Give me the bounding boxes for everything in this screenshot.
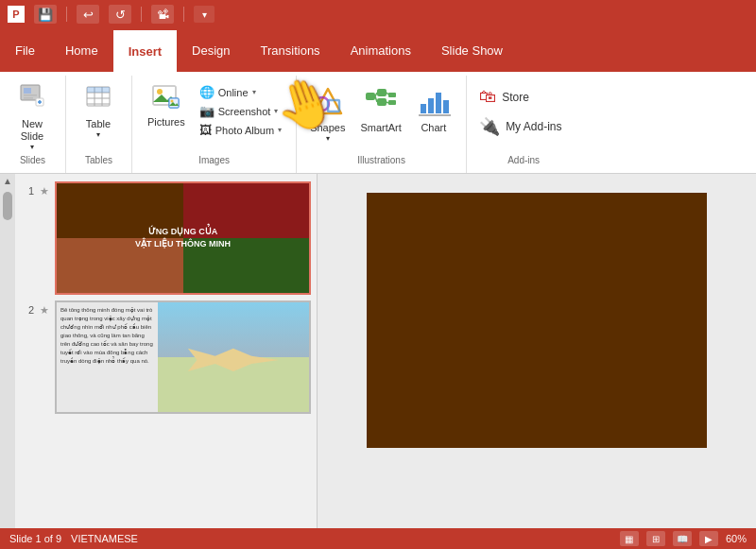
separator <box>66 7 67 22</box>
main-slide-canvas[interactable] <box>367 193 707 448</box>
shapes-arrow: ▾ <box>326 134 330 144</box>
scroll-thumb[interactable] <box>3 192 12 220</box>
slide-thumbnail-1[interactable]: ỨNG DỤNG CỦA VẬT LIỆU THÔNG MINH <box>55 181 311 295</box>
svg-rect-13 <box>87 87 110 93</box>
store-button[interactable]: 🛍 Store <box>474 85 566 109</box>
slide-thumbnail-2[interactable]: Bê tông thông minh đóng một vai trò quan… <box>55 300 311 414</box>
ribbon: NewSlide ▾ Slides <box>0 72 756 174</box>
slide-item-2[interactable]: 2 ★ Bê tông thông minh đóng một vai trò … <box>21 300 311 414</box>
slide-1-text: ỨNG DỤNG CỦA VẬT LIỆU THÔNG MINH <box>135 226 231 249</box>
shapes-icon <box>311 85 345 122</box>
menu-design[interactable]: Design <box>177 28 245 72</box>
reading-view-btn[interactable]: 📖 <box>673 531 692 546</box>
present-button[interactable]: 📽 <box>151 5 174 24</box>
table-icon <box>83 81 113 116</box>
slide-2-text: Bê tông thông minh đóng một vai trò quan… <box>57 302 158 412</box>
slide-2-image <box>158 302 309 412</box>
myaddin-button[interactable]: 🔌 My Add-ins <box>474 114 566 139</box>
normal-view-btn[interactable]: ▦ <box>620 531 639 546</box>
images-group-label: Images <box>132 155 296 165</box>
svg-rect-36 <box>436 93 441 113</box>
slide-star-2: ★ <box>40 304 49 317</box>
slide-star-1: ★ <box>40 185 49 197</box>
pictures-icon <box>150 81 182 116</box>
new-slide-icon <box>17 81 47 116</box>
scroll-up-arrow[interactable]: ▲ <box>1 174 14 188</box>
menu-insert[interactable]: Insert <box>113 28 177 72</box>
slide-info: Slide 1 of 9 <box>9 533 61 544</box>
photo-album-arrow: ▾ <box>278 126 282 134</box>
tables-group: Table ▾ Tables <box>66 76 132 173</box>
table-label: Table <box>86 118 111 130</box>
addins-col: 🛍 Store 🔌 My Add-ins <box>474 77 566 139</box>
slides-group: NewSlide ▾ Slides <box>0 76 66 173</box>
svg-line-32 <box>387 93 388 94</box>
slide-item-1[interactable]: 1 ★ ỨNG DỤNG CỦA VẬT LIỆU THÔNG MINH <box>21 181 311 295</box>
status-bar: Slide 1 of 9 VIETNAMESE ▦ ⊞ 📖 ▶ 60% <box>0 528 756 549</box>
zoom-level: 60% <box>726 533 747 544</box>
svg-line-33 <box>387 102 388 103</box>
screenshot-button[interactable]: 📷 Screenshot ▾ <box>195 102 286 120</box>
svg-line-30 <box>375 93 377 96</box>
myaddin-icon: 🔌 <box>479 116 500 137</box>
vertical-scrollbar[interactable]: ▲ <box>0 174 15 549</box>
slideshow-view-btn[interactable]: ▶ <box>699 531 718 546</box>
svg-rect-28 <box>388 93 396 97</box>
undo-button[interactable]: ↩ <box>77 5 99 24</box>
screenshot-arrow: ▾ <box>274 107 278 115</box>
svg-rect-35 <box>428 98 434 113</box>
pictures-button[interactable]: Pictures <box>142 77 191 132</box>
shapes-label: Shapes <box>310 122 345 134</box>
svg-line-31 <box>375 96 377 102</box>
shapes-button[interactable]: Shapes ▾ <box>304 81 351 147</box>
svg-rect-37 <box>443 100 449 113</box>
menu-slideshow[interactable]: Slide Show <box>426 28 518 72</box>
smartart-button[interactable]: SmartArt <box>354 81 406 138</box>
language-info: VIETNAMESE <box>71 533 138 544</box>
svg-rect-29 <box>388 100 396 105</box>
smartart-label: SmartArt <box>360 122 401 134</box>
illustrations-group: Shapes ▾ <box>297 76 467 173</box>
menu-animations[interactable]: Animations <box>335 28 426 72</box>
table-arrow: ▾ <box>96 130 100 140</box>
slides-group-label: Slides <box>0 155 65 165</box>
redo-button[interactable]: ↺ <box>109 5 131 24</box>
tables-group-label: Tables <box>66 155 131 165</box>
screenshot-icon: 📷 <box>199 104 215 118</box>
svg-rect-25 <box>366 93 375 100</box>
title-bar: P 💾 ↩ ↺ 📽 ▾ <box>0 0 756 28</box>
photo-album-icon: 🖼 <box>199 123 212 137</box>
qat-dropdown[interactable]: ▾ <box>194 6 215 23</box>
slide-number-2: 2 <box>21 304 34 316</box>
separator2 <box>141 7 142 22</box>
save-button[interactable]: 💾 <box>34 5 57 24</box>
images-small-col: 🌐 Online ▾ 📷 Screenshot ▾ 🖼 Photo Album <box>195 77 286 139</box>
svg-rect-1 <box>24 88 31 94</box>
illustrations-group-label: Illustrations <box>297 155 466 165</box>
menu-bar: File Home Insert Design Transitions Anim… <box>0 28 756 72</box>
separator3 <box>183 7 184 22</box>
new-slide-arrow: ▾ <box>30 143 34 152</box>
menu-file[interactable]: File <box>0 28 50 72</box>
app-icon: P <box>8 6 25 23</box>
svg-rect-26 <box>377 89 387 96</box>
table-button[interactable]: Table ▾ <box>76 77 121 144</box>
chart-icon <box>417 85 451 122</box>
svg-rect-3 <box>24 97 33 99</box>
photo-album-button[interactable]: 🖼 Photo Album ▾ <box>195 121 286 139</box>
main-area: ▲ 1 ★ ỨNG DỤNG CỦA VẬT LIỆU <box>0 174 756 549</box>
images-group: Pictures 🌐 Online ▾ 📷 Screenshot ▾ <box>132 76 297 173</box>
menu-transitions[interactable]: Transitions <box>246 28 335 72</box>
chart-button[interactable]: Chart <box>411 81 456 138</box>
addins-group: 🛍 Store 🔌 My Add-ins Add-ins <box>467 76 580 173</box>
smartart-icon <box>364 85 398 122</box>
new-slide-button[interactable]: NewSlide ▾ <box>9 77 55 156</box>
online-icon: 🌐 <box>199 85 215 99</box>
canvas-area <box>318 174 756 549</box>
online-button[interactable]: 🌐 Online ▾ <box>195 83 286 101</box>
online-arrow: ▾ <box>252 88 256 96</box>
svg-rect-27 <box>377 98 387 106</box>
slide-sorter-btn[interactable]: ⊞ <box>646 531 665 546</box>
menu-home[interactable]: Home <box>50 28 113 72</box>
chart-label: Chart <box>421 122 446 134</box>
